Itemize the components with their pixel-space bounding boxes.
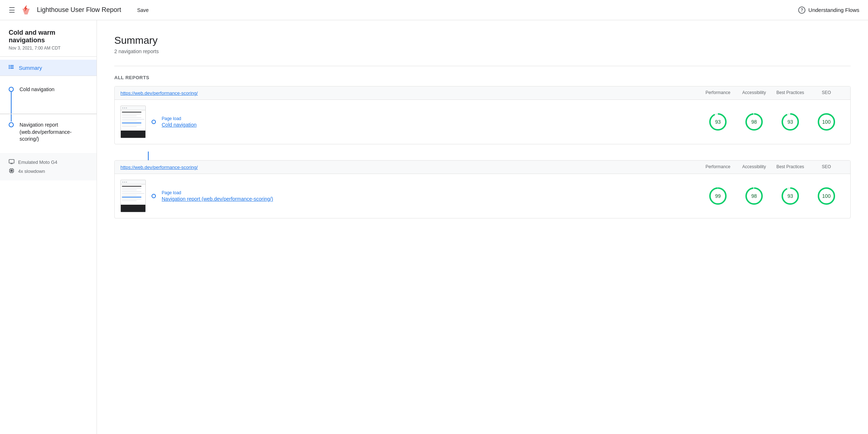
score-circle-acc-2: 98 [744, 186, 764, 206]
score-circle-acc-1: 98 [744, 112, 764, 132]
report-url-1[interactable]: https://web.dev/performance-scoring/ [120, 90, 198, 96]
score-value-seo-1: 100 [822, 119, 830, 125]
score-perf-2: 99 [700, 186, 736, 206]
col-header-accessibility-1: Accessibility [736, 90, 772, 96]
project-title: Cold and warm navigations [0, 29, 97, 44]
app-header: ☰ Lighthouse User Flow Report Save ? Und… [0, 0, 868, 20]
thumb-line-1b [122, 114, 141, 114]
thumb-bottom-2 [121, 205, 145, 212]
thumb-dot-1a [122, 107, 123, 109]
report-thumbnail-2 [120, 180, 146, 212]
col-headers-2: Performance Accessibility Best Practices… [700, 164, 844, 170]
reports-container: https://web.dev/performance-scoring/ Per… [114, 86, 851, 218]
understanding-flows-link[interactable]: ? Understanding Flows [798, 7, 859, 14]
score-bp-2: 93 [772, 186, 808, 206]
nav-dot-2 [9, 122, 14, 127]
device-label-item: Emulated Moto G4 [9, 159, 88, 166]
sidebar-summary-label: Summary [19, 65, 42, 71]
url-spacer-2: https://web.dev/performance-scoring/ [120, 164, 700, 170]
flow-connector [114, 152, 851, 160]
summary-list-icon [9, 64, 14, 71]
nav-dot-1 [9, 87, 14, 92]
report-type-2: Page load [162, 190, 700, 195]
menu-icon[interactable]: ☰ [9, 6, 15, 14]
score-circle-bp-1: 93 [780, 112, 800, 132]
score-circle-perf-1: 93 [708, 112, 728, 132]
col-header-performance-2: Performance [700, 164, 736, 170]
score-value-bp-2: 93 [787, 193, 793, 199]
sidebar-summary-item[interactable]: Summary [0, 60, 97, 76]
device-icon [9, 159, 14, 166]
report-info-1: Page load Cold navigation [162, 116, 700, 128]
report-body-1: Page load Cold navigation 93 [115, 100, 850, 144]
sidebar-item-nav-report[interactable]: Navigation report (web.dev/performance-s… [0, 114, 97, 147]
score-circle-seo-2: 100 [816, 186, 837, 206]
svg-point-3 [9, 65, 10, 66]
thumb-line-2i [122, 200, 137, 201]
svg-rect-9 [10, 170, 13, 172]
cpu-icon [9, 168, 14, 175]
score-perf-1: 93 [700, 112, 736, 132]
thumb-line-2h [122, 199, 141, 199]
thumb-line-1g [122, 123, 141, 123]
svg-rect-0 [10, 65, 14, 66]
thumb-dot-2b [124, 182, 125, 183]
device-label: Emulated Moto G4 [18, 159, 57, 165]
thumb-line-2d [122, 191, 141, 192]
device-info: Emulated Moto G4 [0, 153, 97, 180]
header-left: ☰ Lighthouse User Flow Report Save [9, 4, 798, 16]
save-button[interactable]: Save [133, 4, 153, 16]
report-header-1: https://web.dev/performance-scoring/ Per… [115, 86, 850, 100]
thumb-dot-2a [122, 182, 123, 183]
thumb-content-1 [121, 110, 145, 131]
thumb-line-1h [122, 124, 141, 125]
score-seo-1: 100 [808, 112, 844, 132]
score-value-acc-2: 98 [751, 193, 757, 199]
report-card-2: https://web.dev/performance-scoring/ Per… [114, 160, 851, 218]
flow-line [148, 152, 149, 160]
svg-rect-1 [10, 67, 14, 67]
sidebar-divider-2 [0, 76, 97, 76]
col-header-performance-1: Performance [700, 90, 736, 96]
url-spacer: https://web.dev/performance-scoring/ [120, 90, 700, 96]
report-body-2: Page load Navigation report (web.dev/per… [115, 174, 850, 218]
main-content: Summary 2 navigation reports ALL REPORTS… [97, 20, 868, 434]
sidebar-item-cold-navigation[interactable]: Cold navigation [0, 82, 97, 114]
report-thumbnail-1 [120, 106, 146, 138]
thumb-line-1d [122, 117, 141, 118]
slowdown-item: 4x slowdown [9, 168, 88, 175]
nav-dot-container-1 [9, 86, 14, 114]
nav-line-1 [11, 92, 12, 114]
thumb-line-1f [122, 121, 137, 122]
report-name-2[interactable]: Navigation report (web.dev/performance-s… [162, 196, 700, 202]
svg-rect-7 [10, 163, 13, 164]
col-header-seo-2: SEO [808, 164, 844, 170]
thumb-content-2 [121, 184, 145, 205]
thumb-line-1e [122, 119, 144, 120]
report-name-1[interactable]: Cold navigation [162, 122, 700, 128]
svg-rect-6 [9, 159, 14, 163]
score-acc-2: 98 [736, 186, 772, 206]
question-icon: ? [798, 7, 805, 14]
thumb-dot-1c [126, 107, 127, 109]
report-type-1: Page load [162, 116, 700, 121]
app-title: Lighthouse User Flow Report [37, 6, 121, 14]
thumb-line-2b [122, 188, 141, 188]
score-seo-2: 100 [808, 186, 844, 206]
summary-sub: 2 navigation reports [114, 48, 851, 54]
nav-dot-container-2 [9, 114, 14, 127]
report-url-2[interactable]: https://web.dev/performance-scoring/ [120, 165, 198, 170]
thumb-top-2 [121, 180, 145, 184]
summary-heading: Summary [114, 35, 851, 46]
score-circle-seo-1: 100 [816, 112, 837, 132]
thumb-dot-2c [126, 182, 127, 183]
col-header-best-practices-2: Best Practices [772, 164, 808, 170]
thumb-line-2e [122, 193, 144, 194]
nav-items: Cold navigation Navigation report (web.d… [0, 79, 97, 150]
report-scores-1: 93 98 [700, 112, 844, 132]
thumb-line-1a [122, 112, 141, 112]
main-layout: Cold and warm navigations Nov 3, 2021, 7… [0, 20, 868, 434]
flow-dot-2 [152, 194, 156, 198]
thumb-dot-1b [124, 107, 125, 109]
score-value-bp-1: 93 [787, 119, 793, 125]
